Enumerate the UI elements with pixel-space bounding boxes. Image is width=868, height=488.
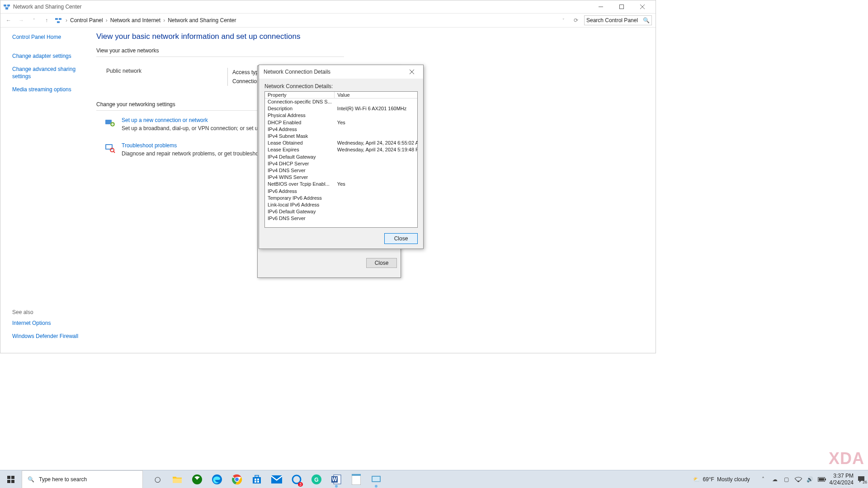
- details-row[interactable]: Lease ExpiresWednesday, April 24, 2024 5…: [265, 146, 418, 153]
- property-cell: Connection-specific DNS S...: [265, 99, 335, 105]
- details-row[interactable]: IPv4 Address: [265, 126, 418, 132]
- property-cell: IPv4 DHCP Server: [265, 160, 335, 167]
- sidebar-link-adapter[interactable]: Change adapter settings: [12, 53, 88, 60]
- volume-icon[interactable]: 🔊: [806, 475, 814, 483]
- onedrive-icon[interactable]: ☁: [771, 475, 779, 483]
- details-grid[interactable]: Property Value Connection-specific DNS S…: [264, 91, 418, 228]
- chrome-icon[interactable]: [227, 470, 247, 488]
- meet-now-icon[interactable]: ▢: [783, 475, 791, 483]
- setup-connection-desc: Set up a broadband, dial-up, or VPN conn…: [122, 125, 269, 131]
- battery-icon[interactable]: [818, 475, 826, 483]
- xbox-icon[interactable]: [187, 470, 207, 488]
- breadcrumb[interactable]: ›Control Panel ›Network and Internet ›Ne…: [66, 17, 555, 23]
- taskbar-search[interactable]: 🔍 Type here to search: [22, 470, 143, 488]
- wifi-icon[interactable]: [794, 475, 802, 483]
- details-row[interactable]: Temporary IPv6 Address: [265, 194, 418, 201]
- value-cell: Wednesday, April 24, 2024 5:19:48 PM: [335, 146, 418, 153]
- sidebar-link-sharing[interactable]: Change advanced sharing settings: [12, 66, 88, 80]
- refresh-button[interactable]: ⟳: [571, 16, 580, 25]
- forward-button[interactable]: →: [17, 16, 26, 25]
- svg-point-25: [235, 478, 239, 481]
- action-center-icon[interactable]: 26: [857, 475, 865, 483]
- word-icon[interactable]: W: [326, 470, 346, 488]
- details-row[interactable]: IPv4 WINS Server: [265, 174, 418, 181]
- search-input[interactable]: Search Control Panel 🔍: [584, 15, 652, 25]
- sidebar-link-media[interactable]: Media streaming options: [12, 86, 88, 94]
- see-also-internet-options[interactable]: Internet Options: [12, 320, 88, 327]
- property-cell: Description: [265, 105, 335, 112]
- up-button[interactable]: ↑: [42, 16, 51, 25]
- setup-connection-link[interactable]: Set up a new connection or network: [122, 117, 269, 123]
- cortana-icon[interactable]: 3: [287, 470, 307, 488]
- details-row[interactable]: IPv4 Default Gateway: [265, 153, 418, 160]
- svg-rect-9: [57, 21, 60, 23]
- svg-text:G: G: [314, 477, 318, 483]
- start-button[interactable]: [0, 470, 22, 488]
- weather-widget[interactable]: ⛅ 69°F Mostly cloudy: [693, 476, 750, 483]
- value-cell: [335, 153, 418, 160]
- property-cell: Link-local IPv6 Address: [265, 201, 335, 208]
- network-center-icon: [55, 17, 62, 24]
- troubleshoot-link[interactable]: Troubleshoot problems: [122, 142, 267, 149]
- col-property[interactable]: Property: [265, 92, 335, 99]
- notepad-icon[interactable]: [346, 470, 366, 488]
- details-row[interactable]: Lease ObtainedWednesday, April 24, 2024 …: [265, 140, 418, 146]
- value-cell: [335, 126, 418, 132]
- status-close-button[interactable]: Close: [366, 258, 397, 268]
- details-row[interactable]: Connection-specific DNS S...: [265, 99, 418, 105]
- network-name: Public network: [96, 68, 227, 86]
- details-row[interactable]: IPv6 DNS Server: [265, 215, 418, 222]
- chevron-up-icon[interactable]: ˄: [759, 475, 767, 483]
- back-button[interactable]: ←: [4, 16, 13, 25]
- details-row[interactable]: DHCP EnabledYes: [265, 119, 418, 126]
- col-value[interactable]: Value: [335, 92, 418, 99]
- details-row[interactable]: DescriptionIntel(R) Wi-Fi 6 AX201 160MHz: [265, 105, 418, 112]
- property-cell: IPv6 DNS Server: [265, 215, 335, 222]
- property-cell: Physical Address: [265, 112, 335, 119]
- store-icon[interactable]: [247, 470, 267, 488]
- property-cell: IPv6 Default Gateway: [265, 208, 335, 215]
- grammarly-icon[interactable]: G: [307, 470, 326, 488]
- property-cell: NetBIOS over Tcpip Enabl...: [265, 181, 335, 188]
- edge-icon[interactable]: [207, 470, 227, 488]
- details-row[interactable]: IPv4 DNS Server: [265, 167, 418, 174]
- property-cell: Temporary IPv6 Address: [265, 194, 335, 201]
- value-cell: Intel(R) Wi-Fi 6 AX201 160MHz: [335, 105, 418, 112]
- control-panel-taskbar-icon[interactable]: [366, 470, 386, 488]
- breadcrumb-dropdown[interactable]: ˅: [559, 16, 568, 25]
- details-row[interactable]: IPv6 Address: [265, 188, 418, 194]
- recent-dropdown[interactable]: ˅: [29, 16, 38, 25]
- details-row[interactable]: Link-local IPv6 Address: [265, 201, 418, 208]
- details-row[interactable]: Physical Address: [265, 112, 418, 119]
- svg-text:W: W: [332, 476, 337, 483]
- maximize-button[interactable]: [611, 0, 632, 13]
- minimize-button[interactable]: [590, 0, 611, 13]
- task-view-button[interactable]: ◯: [147, 470, 167, 488]
- details-row[interactable]: IPv4 Subnet Mask: [265, 132, 418, 139]
- search-icon: 🔍: [28, 476, 34, 483]
- clock[interactable]: 3:37 PM 4/24/2024: [830, 473, 854, 486]
- details-row[interactable]: IPv6 Default Gateway: [265, 208, 418, 215]
- mail-icon[interactable]: [267, 470, 287, 488]
- see-also-firewall[interactable]: Windows Defender Firewall: [12, 333, 88, 340]
- address-bar: ← → ˅ ↑ ›Control Panel ›Network and Inte…: [0, 13, 656, 28]
- value-cell: [335, 160, 418, 167]
- details-row[interactable]: NetBIOS over Tcpip Enabl...Yes: [265, 181, 418, 188]
- svg-rect-29: [257, 479, 259, 480]
- close-icon[interactable]: [405, 65, 419, 79]
- control-panel-home-link[interactable]: Control Panel Home: [12, 34, 88, 41]
- new-connection-icon: [104, 117, 115, 128]
- file-explorer-icon[interactable]: [167, 470, 187, 488]
- network-center-icon: [3, 3, 10, 10]
- property-cell: IPv4 DNS Server: [265, 167, 335, 174]
- details-close-button[interactable]: Close: [384, 233, 418, 244]
- value-cell: [335, 201, 418, 208]
- property-cell: IPv6 Address: [265, 188, 335, 194]
- details-row[interactable]: IPv4 DHCP Server: [265, 160, 418, 167]
- svg-rect-1: [7, 5, 10, 6]
- watermark: XDA: [829, 449, 864, 468]
- svg-rect-2: [5, 8, 8, 9]
- close-button[interactable]: [632, 0, 653, 13]
- value-cell: [335, 132, 418, 139]
- weather-icon: ⛅: [693, 476, 700, 483]
